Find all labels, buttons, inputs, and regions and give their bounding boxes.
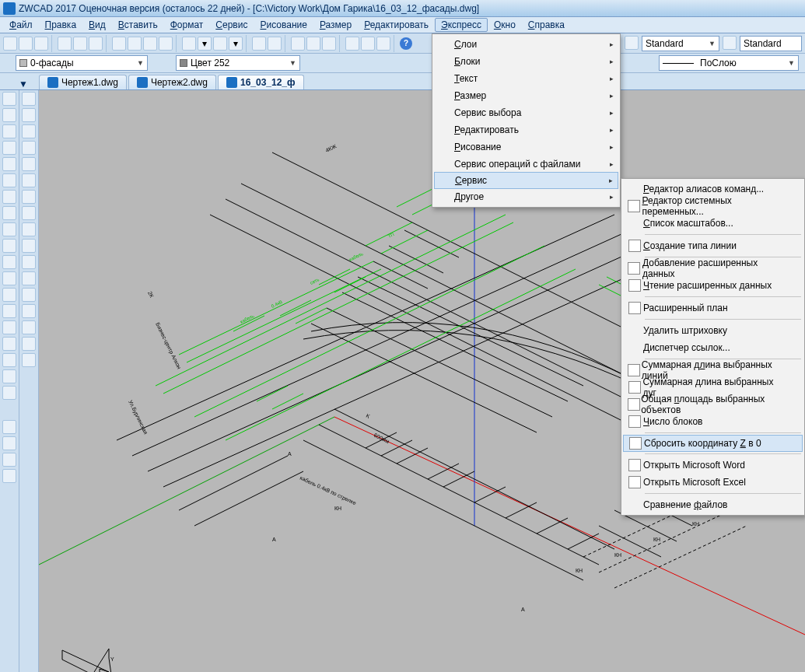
line-icon[interactable] [2,92,16,106]
menu-сервис[interactable]: Сервис [209,18,254,32]
tool-palette-icon[interactable] [376,37,390,51]
express-item[interactable]: Сервис операций с файлами [434,156,618,173]
service-item[interactable]: Общая площадь выбранных объектов [623,396,803,413]
rectangle-icon[interactable] [2,157,16,171]
express-item[interactable]: Текст [434,70,618,87]
make-block-icon[interactable] [2,288,16,302]
array-icon[interactable] [22,157,36,171]
menu-экспресс[interactable]: Экспресс [435,18,488,32]
service-item[interactable]: Создание типа линии [623,237,803,254]
service-item[interactable]: Открыть Microsoft Excel [623,474,803,491]
offset-icon[interactable] [22,141,36,155]
rotate-icon[interactable] [22,190,36,204]
express-item[interactable]: Сервис [434,172,618,189]
layer-combo[interactable]: 0-фасады ▼ [16,55,148,71]
paste-icon[interactable] [143,37,157,51]
extra-a-icon[interactable] [2,420,16,434]
mtext-icon[interactable] [2,386,16,400]
design-center-icon[interactable] [345,37,359,51]
region-icon[interactable] [2,353,16,367]
circle-icon[interactable] [2,190,16,204]
tool-b-icon[interactable] [268,37,282,51]
service-item[interactable]: Чтение расширенных данных [623,277,803,294]
chamfer-icon[interactable] [22,320,36,334]
trim-icon[interactable] [22,239,36,253]
menu-правка[interactable]: Правка [39,18,83,32]
express-item[interactable]: Редактировать [434,121,618,138]
express-dropdown[interactable]: СлоиБлокиТекстРазмерСервис выбораРедакти… [432,33,621,208]
extend-icon[interactable] [22,255,36,269]
extra-d-icon[interactable] [2,469,16,483]
service-item[interactable]: Открыть Microsoft Word [623,457,803,474]
express-item[interactable]: Сервис выбора [434,104,618,121]
copy-icon[interactable] [128,37,142,51]
lineweight-combo[interactable]: ПоСлою ▼ [659,55,799,71]
erase-icon[interactable] [22,92,36,106]
match-icon[interactable] [159,37,173,51]
service-item[interactable]: Редактор системных переменных... [623,198,803,215]
point-icon[interactable] [2,304,16,318]
menu-вид[interactable]: Вид [82,18,112,32]
undo-arrow-icon[interactable]: ▾ [198,37,212,51]
print-icon[interactable] [58,37,72,51]
ellipse-icon[interactable] [2,239,16,253]
arc-icon[interactable] [2,173,16,187]
menu-файл[interactable]: Файл [3,18,39,32]
tab-Чертеж1.dwg[interactable]: Чертеж1.dwg [39,75,127,89]
tab-16_03_12_ф[interactable]: 16_03_12_ф [218,75,304,89]
undo-icon[interactable] [182,37,196,51]
service-item[interactable]: Добавление расширенных данных [623,260,803,277]
publish-icon[interactable] [89,37,103,51]
polygon-icon[interactable] [2,141,16,155]
xline-icon[interactable] [2,108,16,122]
menu-окно[interactable]: Окно [488,18,522,32]
table-icon[interactable] [2,369,16,383]
explode-icon[interactable] [22,353,36,367]
break-icon[interactable] [22,288,36,302]
express-item[interactable]: Размер [434,87,618,104]
open-icon[interactable] [19,37,33,51]
extra-c-icon[interactable] [2,453,16,467]
polyline-icon[interactable] [2,124,16,138]
menu-редактировать[interactable]: Редактировать [358,18,435,32]
tab-Чертеж2.dwg[interactable]: Чертеж2.dwg [128,75,216,89]
tool-a-icon[interactable] [252,37,266,51]
join-icon[interactable] [22,304,36,318]
mirror-icon[interactable] [22,124,36,138]
gradient-icon[interactable] [2,337,16,351]
menu-формат[interactable]: Формат [164,18,210,32]
menu-рисование[interactable]: Рисование [254,18,313,32]
hatch-icon[interactable] [2,320,16,334]
service-item[interactable]: Список масштабов... [623,215,803,232]
service-item[interactable]: Диспетчер ссылок... [623,339,803,356]
dim-style-combo[interactable]: Standard ▼ [642,36,719,51]
new-icon[interactable] [3,37,17,51]
service-item[interactable]: Сравнение файлов [623,496,803,513]
cut-icon[interactable] [112,37,126,51]
fillet-icon[interactable] [22,337,36,351]
textstyle-icon[interactable] [723,36,737,50]
move-icon[interactable] [22,173,36,187]
help-icon[interactable]: ? [400,37,412,50]
extra-b-icon[interactable] [2,436,16,450]
menu-вставить[interactable]: Вставить [112,18,164,32]
scale-icon[interactable] [22,206,36,220]
properties-icon[interactable] [361,37,375,51]
express-item[interactable]: Другое [434,188,618,205]
ellipse-arc-icon[interactable] [2,255,16,269]
color-combo[interactable]: Цвет 252 ▼ [176,55,300,71]
save-icon[interactable] [34,37,48,51]
stretch-icon[interactable] [22,222,36,236]
express-item[interactable]: Блоки [434,53,618,70]
redo-arrow-icon[interactable]: ▾ [229,37,243,51]
menu-справка[interactable]: Справка [522,18,571,32]
spline-icon[interactable] [2,222,16,236]
service-item[interactable]: Сбросить координату Z в 0 [623,435,803,452]
service-item[interactable]: Расширенный план [623,299,803,317]
redo-icon[interactable] [213,37,227,51]
revcloud-icon[interactable] [2,206,16,220]
menu-размер[interactable]: Размер [313,18,358,32]
service-item[interactable]: Число блоков [623,413,803,430]
copy-obj-icon[interactable] [22,108,36,122]
dimstyle-icon[interactable] [625,36,639,50]
